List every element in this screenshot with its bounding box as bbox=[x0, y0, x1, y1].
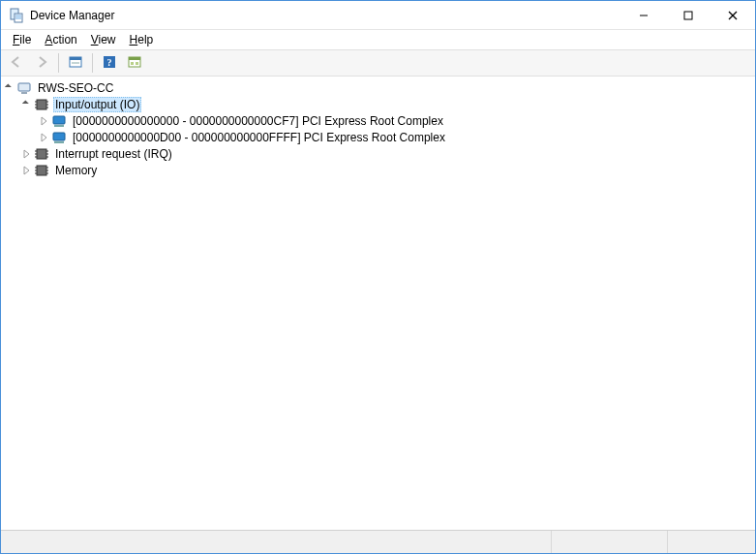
tree-io-child-row[interactable]: [0000000000000D00 - 000000000000FFFF] PC… bbox=[1, 129, 755, 145]
svg-rect-36 bbox=[37, 166, 46, 175]
tree-io-row[interactable]: Input/output (IO) bbox=[1, 96, 755, 112]
arrow-right-icon bbox=[34, 55, 49, 72]
expand-arrow-icon[interactable] bbox=[20, 164, 34, 177]
menu-help[interactable]: Help bbox=[124, 32, 160, 47]
tree-view[interactable]: RWS-SEO-CC Input/output (IO) [0000000000… bbox=[1, 77, 755, 530]
resource-chip-icon bbox=[34, 97, 49, 112]
window-controls bbox=[621, 1, 755, 29]
toolbar-forward-button[interactable] bbox=[30, 52, 53, 74]
tree-memory-row[interactable]: Memory bbox=[1, 162, 755, 178]
status-pane bbox=[1, 531, 552, 553]
system-device-icon bbox=[51, 113, 67, 129]
svg-rect-16 bbox=[18, 83, 30, 91]
statusbar bbox=[1, 530, 755, 553]
expand-arrow-icon[interactable] bbox=[38, 131, 51, 144]
expand-arrow-icon[interactable] bbox=[20, 98, 34, 111]
computer-icon bbox=[16, 80, 32, 96]
svg-rect-13 bbox=[129, 57, 140, 60]
tree-memory-label: Memory bbox=[53, 164, 99, 177]
expand-arrow-icon[interactable] bbox=[38, 114, 51, 128]
svg-rect-8 bbox=[70, 57, 81, 60]
tree-io-child-label: [0000000000000000 - 0000000000000CF7] PC… bbox=[71, 114, 445, 128]
menubar: File Action View Help bbox=[1, 30, 755, 49]
tree-io-child-label: [0000000000000D00 - 000000000000FFFF] PC… bbox=[71, 131, 447, 144]
svg-rect-17 bbox=[21, 92, 27, 94]
help-icon: ? bbox=[102, 55, 117, 72]
toolbar: ? bbox=[1, 49, 755, 77]
svg-rect-25 bbox=[53, 116, 65, 124]
resource-chip-icon bbox=[34, 146, 49, 162]
svg-rect-27 bbox=[53, 133, 65, 140]
tree-root-label: RWS-SEO-CC bbox=[36, 81, 115, 95]
toolbar-back-button[interactable] bbox=[5, 52, 28, 74]
svg-rect-14 bbox=[131, 62, 134, 65]
status-pane bbox=[668, 531, 755, 553]
svg-rect-28 bbox=[54, 141, 64, 143]
window-title: Device Manager bbox=[30, 9, 621, 22]
menu-view[interactable]: View bbox=[85, 32, 122, 47]
minimize-button[interactable] bbox=[621, 1, 666, 30]
tree-irq-label: Interrupt request (IRQ) bbox=[53, 147, 174, 161]
toolbar-help-button[interactable]: ? bbox=[98, 52, 121, 74]
svg-rect-4 bbox=[684, 12, 692, 19]
app-icon bbox=[9, 8, 24, 23]
close-button[interactable] bbox=[711, 1, 755, 30]
svg-rect-26 bbox=[54, 125, 64, 127]
toolbar-separator bbox=[92, 53, 93, 73]
expand-arrow-icon[interactable] bbox=[20, 147, 34, 161]
device-manager-window: Device Manager File Action View Help bbox=[0, 0, 756, 554]
menu-action[interactable]: Action bbox=[39, 32, 82, 47]
svg-rect-29 bbox=[37, 149, 46, 159]
status-pane bbox=[552, 531, 668, 553]
svg-rect-2 bbox=[15, 15, 21, 19]
resources-view-icon bbox=[127, 55, 142, 72]
svg-text:?: ? bbox=[107, 57, 112, 68]
svg-rect-18 bbox=[37, 100, 46, 109]
system-device-icon bbox=[51, 130, 67, 145]
tree-io-label: Input/output (IO) bbox=[53, 97, 141, 112]
maximize-button[interactable] bbox=[666, 1, 711, 30]
arrow-left-icon bbox=[9, 55, 24, 72]
toolbar-properties-button[interactable] bbox=[64, 52, 87, 74]
menu-file[interactable]: File bbox=[7, 32, 37, 47]
toolbar-view-button[interactable] bbox=[123, 52, 146, 74]
properties-icon bbox=[68, 55, 83, 72]
tree-io-child-row[interactable]: [0000000000000000 - 0000000000000CF7] PC… bbox=[1, 112, 755, 129]
resource-chip-icon bbox=[34, 163, 49, 178]
svg-rect-15 bbox=[136, 62, 138, 65]
expand-arrow-icon[interactable] bbox=[3, 81, 16, 95]
tree-irq-row[interactable]: Interrupt request (IRQ) bbox=[1, 145, 755, 162]
toolbar-separator bbox=[58, 53, 59, 73]
tree-root-row[interactable]: RWS-SEO-CC bbox=[1, 79, 755, 96]
titlebar: Device Manager bbox=[1, 1, 755, 30]
